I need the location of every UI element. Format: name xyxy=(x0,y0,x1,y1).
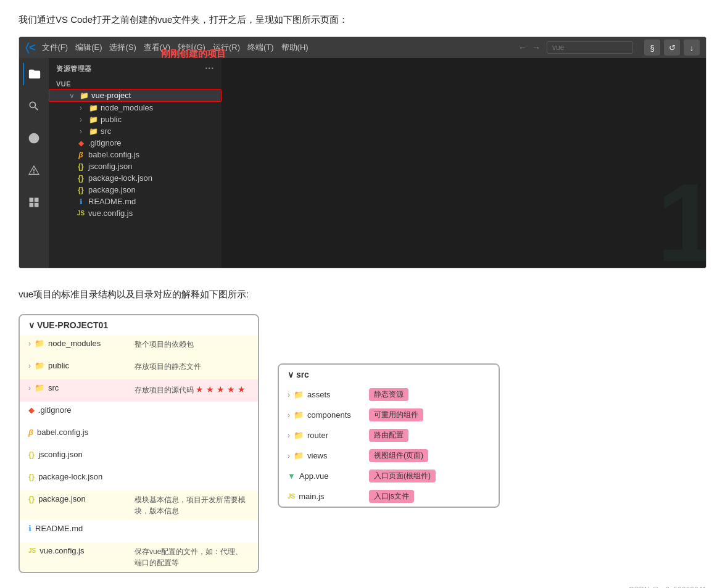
tree-item-vue-config[interactable]: JS vue.config.js xyxy=(49,207,222,219)
folder-section: VUE ∨ 📁 vue-project 刚刚创建的项目 › 📁 node_mod… xyxy=(49,77,222,222)
vscode-body: 资源管理器 ··· VUE ∨ 📁 vue-project 刚刚创建的项目 › … xyxy=(19,58,706,268)
vscode-toolbar: 〈< 文件(F) 编辑(E) 选择(S) 查看(V) 转到(G) 运行(R) 终… xyxy=(19,37,706,58)
svg-rect-1 xyxy=(35,198,39,202)
babel-icon-diag: β xyxy=(28,428,33,437)
icon-download[interactable]: ↓ xyxy=(684,39,700,56)
tree-label-node-modules: node_modules xyxy=(101,103,153,112)
json-icon-pl-diag: {} xyxy=(28,472,35,481)
js-icon-main: JS xyxy=(288,493,295,500)
dir-label-src: src xyxy=(48,383,59,392)
src-row-components: › 📁 components 可重用的组件 xyxy=(279,405,499,425)
chevron-assets: › xyxy=(288,391,290,399)
activity-extensions-icon[interactable] xyxy=(23,191,45,213)
activity-debug-icon[interactable] xyxy=(23,159,45,181)
vscode-logo: 〈< xyxy=(25,41,36,54)
folder-glyph-nm: 📁 xyxy=(35,339,44,348)
folder-icon-src: 📁 xyxy=(88,127,98,136)
dir-name-public: › 📁 public xyxy=(28,361,127,370)
dir-label-gitignore: .gitignore xyxy=(38,405,71,415)
menu-terminal[interactable]: 终端(T) xyxy=(247,42,274,53)
git-icon-gitignore: ◆ xyxy=(76,139,86,147)
src-badge-views: 视图组件(页面) xyxy=(369,449,428,462)
dir-name-src: › 📁 src xyxy=(28,383,127,392)
dir-row-vue-config: JS vue.config.js 保存vue配置的文件，如：代理、端口的配置等 xyxy=(20,542,258,572)
md-icon-readme: ℹ xyxy=(76,197,86,206)
menu-select[interactable]: 选择(S) xyxy=(109,42,136,53)
tree-label-package-lock: package-lock.json xyxy=(88,173,152,183)
folder-icon-assets: 📁 xyxy=(294,390,304,399)
activity-git-icon[interactable] xyxy=(23,127,45,149)
json-icon-package: {} xyxy=(76,186,86,194)
tree-item-package-json[interactable]: {} package.json xyxy=(49,184,222,196)
src-badge-app-vue: 入口页面(根组件) xyxy=(369,470,436,482)
tree-label-jsconfig: jsconfig.json xyxy=(88,162,133,171)
dir-row-public: › 📁 public 存放项目的静态文件 xyxy=(20,357,258,379)
diagram-area: ∨ VUE-PROJECT01 › 📁 node_modules 整个项目的依赖… xyxy=(19,314,706,573)
dir-label-package-json: package.json xyxy=(38,494,86,503)
tree-item-babel[interactable]: β babel.config.js xyxy=(49,149,222,160)
icon-section[interactable]: § xyxy=(644,39,660,56)
src-badge-main-js: 入口js文件 xyxy=(369,490,414,503)
folder-glyph-src: 📁 xyxy=(35,383,44,392)
tree-item-package-lock[interactable]: {} package-lock.json xyxy=(49,172,222,184)
src-table-header: ∨ src xyxy=(279,365,499,384)
chevron-src: › xyxy=(28,384,31,392)
menu-edit[interactable]: 编辑(E) xyxy=(75,42,102,53)
nav-left-arrow[interactable]: ← xyxy=(518,43,527,52)
folder-icon-nm: › xyxy=(28,339,31,348)
tree-label-src: src xyxy=(101,126,111,136)
dir-desc-public: 存放项目的静态文件 xyxy=(135,361,249,372)
folder-icon-components: 📁 xyxy=(294,410,304,420)
src-name-assets: › 📁 assets xyxy=(288,390,362,399)
babel-icon: β xyxy=(76,151,86,159)
activity-search-icon[interactable] xyxy=(23,95,45,117)
icon-refresh[interactable]: ↺ xyxy=(664,39,680,56)
activity-explorer-icon[interactable] xyxy=(23,63,45,85)
tree-item-src[interactable]: › 📁 src xyxy=(49,125,222,137)
dir-row-jsconfig: {} jsconfig.json xyxy=(20,446,258,468)
src-name-components: › 📁 components xyxy=(288,410,362,420)
md-icon-readme-diag: ℹ xyxy=(28,524,31,533)
top-icon-group: § ↺ ↓ xyxy=(644,39,700,56)
menu-help[interactable]: 帮助(H) xyxy=(281,42,309,53)
tree-item-readme[interactable]: ℹ README.md xyxy=(49,196,222,207)
menu-file[interactable]: 文件(F) xyxy=(42,42,68,53)
js-icon-vue-config: JS xyxy=(76,210,86,217)
json-icon-jsconfig: {} xyxy=(76,162,86,171)
dir-name-readme: ℹ README.md xyxy=(28,524,127,533)
csdn-label: CSDN @m0_52969641 xyxy=(19,586,706,588)
tree-item-gitignore[interactable]: ◆ .gitignore xyxy=(49,137,222,149)
dir-name-gitignore: ◆ .gitignore xyxy=(28,405,127,415)
dir-name-vue-config: JS vue.config.js xyxy=(28,546,127,555)
dir-row-readme: ℹ README.md xyxy=(20,520,258,542)
src-name-router: › 📁 router xyxy=(288,431,362,440)
vscode-search-input[interactable] xyxy=(547,41,633,54)
tree-label-readme: README.md xyxy=(88,197,136,206)
vue-watermark: 1 xyxy=(657,159,706,268)
nav-right-arrow[interactable]: → xyxy=(532,43,541,52)
dir-table: ∨ VUE-PROJECT01 › 📁 node_modules 整个项目的依赖… xyxy=(19,314,259,573)
src-name-app-vue: ▼ App.vue xyxy=(288,471,362,481)
tree-label-babel: babel.config.js xyxy=(88,150,139,159)
dir-label-readme: README.md xyxy=(35,524,83,533)
activity-bar xyxy=(19,58,49,268)
tree-item-vue-project[interactable]: ∨ 📁 vue-project xyxy=(49,89,222,102)
chevron-icon-public: › xyxy=(76,115,86,124)
dir-name-jsconfig: {} jsconfig.json xyxy=(28,450,127,459)
json-icon-jsconfig-diag: {} xyxy=(28,450,35,459)
dir-desc-package-json: 模块基本信息，项目开发所需要模块，版本信息 xyxy=(135,494,249,516)
folder-icon-node-modules: 📁 xyxy=(88,104,98,112)
tree-item-jsconfig[interactable]: {} jsconfig.json xyxy=(49,160,222,172)
explorer-menu-dots[interactable]: ··· xyxy=(205,63,214,74)
sidebar-header: 资源管理器 ··· xyxy=(49,58,222,77)
src-badge-router: 路由配置 xyxy=(369,429,408,442)
src-label-router: router xyxy=(307,431,328,440)
tree-item-node-modules[interactable]: › 📁 node_modules xyxy=(49,102,222,114)
src-table: ∨ src › 📁 assets 静态资源 › 📁 components 可重用… xyxy=(278,363,500,508)
vscode-window: 〈< 文件(F) 编辑(E) 选择(S) 查看(V) 转到(G) 运行(R) 终… xyxy=(19,36,706,268)
tree-item-public[interactable]: › 📁 public xyxy=(49,114,222,125)
dir-row-gitignore: ◆ .gitignore xyxy=(20,402,258,424)
svg-rect-0 xyxy=(30,198,34,202)
dir-name-package-lock: {} package-lock.json xyxy=(28,472,127,481)
chevron-public: › xyxy=(28,362,31,370)
